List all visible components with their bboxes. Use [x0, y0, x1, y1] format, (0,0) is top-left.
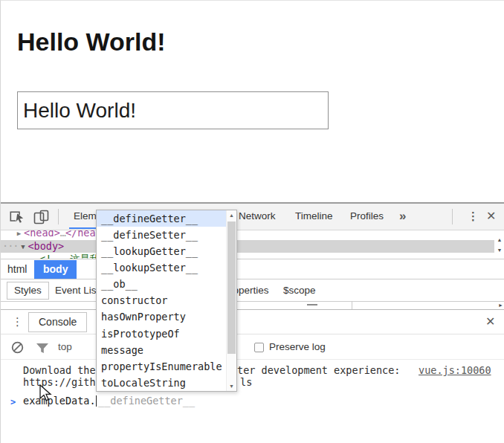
console-toolbar: top Preserve log [1, 334, 504, 360]
breadcrumb-html[interactable]: html [7, 259, 27, 279]
dom-tree-scrollbar[interactable]: ▲ ▼ [494, 230, 504, 259]
drawer-close-icon[interactable]: ✕ [485, 310, 495, 333]
toolbar-divider [452, 209, 453, 224]
tab-styles[interactable]: Styles [7, 282, 49, 300]
dom-breadcrumb: html body [1, 259, 504, 279]
console-message: Download the [23, 364, 96, 376]
autocomplete-item[interactable]: __lookupGetter__ [97, 243, 226, 259]
devtools-toolbar: Elements Network Timeline Profiles » ⋮ ✕ [1, 204, 504, 230]
more-tabs-icon[interactable]: » [399, 204, 406, 229]
autocomplete-item[interactable]: __lookupSetter__ [97, 259, 226, 276]
autocomplete-item[interactable]: constructor [97, 292, 226, 308]
browser-window: Hello World! Elements Network Timeline P… [0, 0, 504, 443]
scroll-right-icon[interactable]: ► [498, 303, 503, 308]
console-drawer-header: ⋮ Console ✕ [1, 309, 504, 334]
tab-scope[interactable]: $scope [283, 279, 316, 301]
console-prompt-input[interactable]: exampleData. [23, 394, 96, 407]
breadcrumb-body-selected[interactable]: body [34, 260, 77, 279]
drawer-menu-icon[interactable]: ⋮ [12, 310, 23, 333]
console-message: ls [240, 376, 252, 388]
filter-icon[interactable] [36, 343, 49, 354]
autocomplete-item[interactable]: __defineGetter__ [97, 210, 226, 227]
console-output: Download the ter development experience:… [1, 360, 504, 443]
sidebar-tabs: Styles Event Listeners Properties $scope [1, 279, 504, 301]
device-toolbar-icon[interactable] [33, 210, 50, 224]
preserve-log-checkbox[interactable] [254, 343, 264, 352]
console-message: https://gith [23, 376, 96, 388]
toolbar-divider [58, 209, 59, 224]
autocomplete-scrollbar[interactable]: ▲ ▼ [226, 210, 236, 391]
dom-node-comment[interactable]: <!-- 这是我 [1, 253, 494, 259]
clear-console-icon[interactable] [11, 341, 24, 354]
autocomplete-list: __defineGetter____defineSetter____lookup… [97, 210, 226, 391]
console-message: ter development experience: [237, 364, 400, 376]
scrollbar-thumb[interactable] [227, 222, 236, 354]
scroll-up-icon[interactable]: ▲ [494, 237, 504, 243]
autocomplete-item[interactable]: hasOwnProperty [97, 308, 226, 325]
tab-profiles[interactable]: Profiles [350, 204, 384, 229]
autocomplete-item[interactable]: toLocaleString [97, 375, 226, 391]
devtools-close-icon[interactable]: ✕ [486, 204, 496, 229]
autocomplete-item[interactable]: __defineSetter__ [97, 227, 226, 243]
expand-arrow-icon[interactable]: ▶ [14, 230, 24, 241]
scrollbar-thumb[interactable] [307, 304, 317, 305]
dom-tree: ▶<head>…</head> ···▼<body> <!-- 这是我 [1, 230, 494, 259]
devtools-menu-icon[interactable]: ⋮ [468, 204, 479, 229]
dom-node-head[interactable]: ▶<head>…</head> [1, 230, 494, 240]
autocomplete-ghost-text: __defineGetter__ [98, 394, 195, 407]
tab-timeline[interactable]: Timeline [295, 204, 333, 229]
scroll-up-icon[interactable]: ▲ [227, 213, 236, 218]
styles-pane-clipped: ► [1, 301, 504, 309]
preserve-log-label[interactable]: Preserve log [269, 334, 326, 360]
node-dots: ··· [2, 240, 18, 252]
text-caret [96, 395, 97, 407]
autocomplete-item[interactable]: __ob__ [97, 276, 226, 292]
autocomplete-item[interactable]: message [97, 342, 226, 358]
tab-console[interactable]: Console [28, 312, 87, 332]
page-heading: Hello World! [17, 28, 166, 56]
frame-selector[interactable]: top [58, 334, 72, 360]
autocomplete-item[interactable]: propertyIsEnumerable [97, 358, 226, 375]
scroll-down-icon[interactable]: ▼ [494, 248, 504, 253]
devtools-panel: Elements Network Timeline Profiles » ⋮ ✕… [1, 202, 504, 443]
console-prompt-icon: > [10, 395, 16, 409]
collapse-arrow-icon[interactable]: ▼ [18, 241, 28, 254]
autocomplete-dropdown: __defineGetter____defineSetter____lookup… [96, 210, 237, 392]
tab-network[interactable]: Network [239, 204, 276, 229]
inspect-element-icon[interactable] [10, 210, 25, 224]
page-text-input[interactable] [17, 91, 329, 129]
dom-node-body-selected[interactable]: ···▼<body> [1, 240, 494, 253]
console-source-link[interactable]: vue.js:10060 [419, 364, 491, 376]
mouse-cursor-icon [39, 384, 52, 402]
autocomplete-item[interactable]: isPrototypeOf [97, 326, 226, 342]
scroll-down-icon[interactable]: ▼ [227, 384, 236, 389]
